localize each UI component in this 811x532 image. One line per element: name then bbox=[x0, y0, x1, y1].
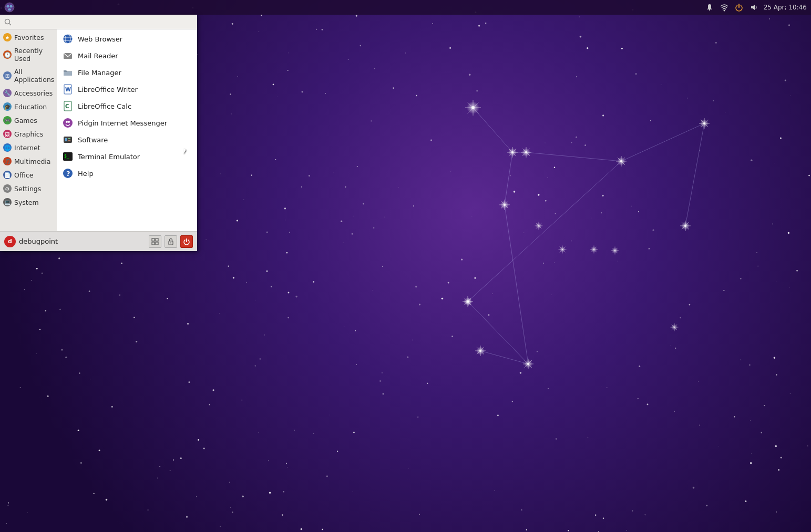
notification-icon[interactable] bbox=[705, 3, 714, 12]
app-item-mail-reader[interactable]: Mail Reader bbox=[57, 47, 197, 64]
svg-point-23 bbox=[63, 118, 73, 128]
taskbar-right: 25 Apr; 10:46 bbox=[705, 3, 811, 12]
category-icon-education: 🎓 bbox=[3, 102, 12, 111]
svg-rect-37 bbox=[156, 242, 158, 245]
network-icon[interactable] bbox=[720, 3, 729, 12]
svg-point-2 bbox=[10, 5, 13, 8]
category-item-multimedia[interactable]: 🎵Multimedia bbox=[0, 154, 57, 168]
app-menu: ★Favorites🕐Recently Used⊞All Application… bbox=[0, 15, 197, 251]
taskbar-left bbox=[0, 0, 17, 15]
category-icon-accessories: 🔧 bbox=[3, 89, 12, 97]
app-item-pidgin[interactable]: Pidgin Internet Messenger bbox=[57, 114, 197, 131]
svg-rect-28 bbox=[68, 138, 70, 139]
switch-user-button[interactable] bbox=[149, 235, 161, 248]
category-icon-settings: ⚙ bbox=[3, 184, 12, 193]
category-icon-favorites: ★ bbox=[3, 33, 12, 41]
app-label-file-manager: File Manager bbox=[78, 69, 121, 77]
category-label-graphics: Graphics bbox=[14, 130, 43, 138]
category-icon-office: 📄 bbox=[3, 171, 12, 179]
app-item-file-manager[interactable]: File Manager bbox=[57, 64, 197, 81]
app-icon-software bbox=[62, 134, 74, 145]
search-icon bbox=[4, 18, 12, 26]
app-label-libreoffice-calc: LibreOffice Calc bbox=[78, 102, 131, 110]
app-icon-web-browser bbox=[62, 33, 74, 45]
volume-icon[interactable] bbox=[749, 3, 758, 12]
svg-rect-36 bbox=[152, 242, 155, 245]
svg-rect-29 bbox=[68, 140, 70, 141]
app-icon-libreoffice-calc: C bbox=[62, 100, 74, 112]
category-icon-system: 💻 bbox=[3, 198, 12, 206]
svg-rect-34 bbox=[152, 238, 155, 241]
category-label-education: Education bbox=[14, 103, 47, 111]
svg-point-10 bbox=[5, 19, 10, 24]
search-bar bbox=[0, 15, 197, 29]
category-label-games: Games bbox=[14, 117, 37, 124]
category-label-recently-used: Recently Used bbox=[14, 47, 54, 62]
category-icon-recently-used: 🕐 bbox=[3, 50, 12, 59]
category-item-all-applications[interactable]: ⊞All Applications bbox=[0, 65, 57, 86]
app-label-mail-reader: Mail Reader bbox=[78, 52, 118, 60]
category-item-recently-used[interactable]: 🕐Recently Used bbox=[0, 44, 57, 65]
category-icon-all-applications: ⊞ bbox=[3, 71, 12, 80]
app-label-libreoffice-writer: LibreOffice Writer bbox=[78, 86, 138, 93]
svg-point-3 bbox=[8, 8, 11, 11]
category-item-graphics[interactable]: 🖼Graphics bbox=[0, 127, 57, 141]
app-item-web-browser[interactable]: Web Browser bbox=[57, 30, 197, 47]
app-item-libreoffice-writer[interactable]: W LibreOffice Writer bbox=[57, 81, 197, 98]
svg-rect-26 bbox=[64, 137, 72, 143]
category-item-settings[interactable]: ⚙Settings bbox=[0, 182, 57, 195]
app-item-terminal[interactable]: $_ Terminal Emulator bbox=[57, 148, 197, 165]
category-item-office[interactable]: 📄Office bbox=[0, 168, 57, 182]
username-label: debugpoint bbox=[19, 237, 146, 245]
svg-point-9 bbox=[723, 10, 725, 12]
power-button[interactable] bbox=[180, 235, 193, 248]
app-list-panel: Web Browser Mail Reader File Manager W L… bbox=[57, 29, 197, 231]
lock-button[interactable] bbox=[165, 235, 177, 248]
app-icon-libreoffice-writer: W bbox=[62, 84, 74, 95]
category-item-games[interactable]: 🎮Games bbox=[0, 113, 57, 127]
category-label-accessories: Accessories bbox=[14, 89, 53, 97]
svg-point-24 bbox=[66, 121, 68, 123]
category-label-settings: Settings bbox=[14, 185, 41, 193]
category-icon-internet: 🌐 bbox=[3, 143, 12, 152]
datetime-display: 25 Apr; 10:46 bbox=[764, 4, 807, 11]
category-label-office: Office bbox=[14, 171, 34, 179]
category-item-internet[interactable]: 🌐Internet bbox=[0, 141, 57, 154]
app-icon-terminal: $_ bbox=[62, 151, 74, 162]
app-label-web-browser: Web Browser bbox=[78, 35, 122, 43]
category-label-favorites: Favorites bbox=[14, 34, 44, 41]
menu-footer: d debugpoint bbox=[0, 231, 197, 251]
category-item-education[interactable]: 🎓Education bbox=[0, 100, 57, 113]
app-icon-pidgin bbox=[62, 117, 74, 129]
category-icon-multimedia: 🎵 bbox=[3, 157, 12, 165]
app-icon-help: ? bbox=[62, 168, 74, 179]
app-label-pidgin: Pidgin Internet Messenger bbox=[78, 119, 167, 127]
app-item-help[interactable]: ? Help bbox=[57, 165, 197, 182]
category-item-accessories[interactable]: 🔧Accessories bbox=[0, 86, 57, 100]
svg-point-1 bbox=[7, 5, 9, 8]
category-label-multimedia: Multimedia bbox=[14, 158, 51, 165]
category-label-all-applications: All Applications bbox=[14, 68, 54, 84]
svg-text:W: W bbox=[65, 87, 71, 92]
category-label-internet: Internet bbox=[14, 144, 40, 152]
svg-point-39 bbox=[170, 242, 171, 243]
svg-point-0 bbox=[5, 3, 14, 12]
category-label-system: System bbox=[14, 199, 39, 206]
svg-text:$_: $_ bbox=[64, 154, 69, 159]
app-icon-mail-reader bbox=[62, 50, 74, 61]
app-item-libreoffice-calc[interactable]: C LibreOffice Calc bbox=[57, 98, 197, 114]
svg-text:?: ? bbox=[66, 170, 70, 178]
categories-panel: ★Favorites🕐Recently Used⊞All Application… bbox=[0, 29, 57, 231]
taskbar: 25 Apr; 10:46 bbox=[0, 0, 811, 15]
category-item-favorites[interactable]: ★Favorites bbox=[0, 30, 57, 44]
category-icon-games: 🎮 bbox=[3, 116, 12, 124]
app-label-help: Help bbox=[78, 170, 94, 178]
svg-point-25 bbox=[68, 121, 70, 123]
app-icon-file-manager bbox=[62, 67, 74, 78]
category-item-system[interactable]: 💻System bbox=[0, 195, 57, 209]
app-menu-button[interactable] bbox=[2, 0, 17, 15]
search-input[interactable] bbox=[15, 18, 193, 26]
power-icon[interactable] bbox=[734, 3, 744, 12]
app-label-terminal: Terminal Emulator bbox=[78, 153, 140, 161]
app-item-software[interactable]: Software bbox=[57, 131, 197, 148]
